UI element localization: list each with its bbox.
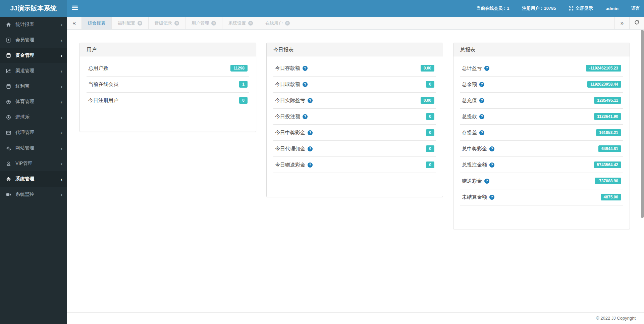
help-icon[interactable]: ? [308, 130, 313, 135]
stat-label-group: 总计盈亏? [462, 65, 489, 72]
sidebar-item-agent-management[interactable]: 代理管理‹ [0, 125, 67, 140]
stat-label-group: 今日取款额? [275, 81, 308, 88]
sidebar-item-goal-fun[interactable]: 进球乐‹ [0, 109, 67, 125]
help-icon[interactable]: ? [308, 163, 313, 168]
tab-label: 在线用户 [265, 20, 283, 26]
stat-label: 总余额 [462, 81, 477, 88]
sidebar-item-sports-management[interactable]: 体育管理‹ [0, 94, 67, 109]
panel-title: 今日报表 [267, 43, 443, 56]
sidebar-item-stats-report[interactable]: 统计报表‹ [0, 17, 67, 32]
tab-promotion-record[interactable]: 晋级记录✕ [149, 17, 185, 29]
tab-close-icon[interactable]: ✕ [285, 21, 290, 26]
stat-label-group: 存提差? [462, 130, 484, 136]
language-menu[interactable]: 语言 [625, 0, 644, 17]
help-icon[interactable]: ? [479, 82, 484, 87]
sidebar-item-system-monitor[interactable]: 系统监控‹ [0, 187, 67, 202]
tab-system-settings[interactable]: 系统设置✕ [222, 17, 259, 29]
stat-badge: -737088.90 [595, 178, 621, 184]
stat-badge: 11298 [230, 65, 248, 72]
help-icon[interactable]: ? [479, 98, 484, 103]
sidebar-item-funds-management[interactable]: 资金管理‹ [0, 48, 67, 63]
user-icon [6, 161, 15, 166]
stat-label-group: 未结算金额? [462, 194, 494, 200]
stat-badge: 1 [239, 81, 248, 88]
stat-badge: 0 [426, 145, 434, 152]
main-content: 用户总用户数11298当前在线会员1今日注册用户0今日报表今日存款额?0.00今… [67, 30, 644, 312]
stat-label-group: 今日实际盈亏? [275, 97, 313, 104]
sidebar-menu: 统计报表‹会员管理‹资金管理‹渠道管理‹红利宝‹体育管理‹进球乐‹代理管理‹网站… [0, 17, 67, 202]
app-logo[interactable]: JJ演示版本系统 [0, 0, 67, 17]
futbol-icon [6, 99, 15, 104]
sidebar-toggle-button[interactable] [67, 0, 83, 17]
tabs-scroll-left-button[interactable]: « [67, 17, 82, 29]
sidebar-item-site-management[interactable]: 网站管理‹ [0, 140, 67, 156]
help-icon[interactable]: ? [479, 114, 484, 119]
sidebar-item-label: 渠道管理 [15, 68, 61, 74]
help-icon[interactable]: ? [308, 146, 313, 151]
stat-label-group: 总投注金额? [462, 162, 494, 168]
tab-close-icon[interactable]: ✕ [138, 21, 142, 26]
user-menu[interactable]: admin [599, 0, 625, 17]
stat-badge: 0 [426, 113, 434, 120]
stat-label-group: 今日投注额? [275, 113, 308, 120]
help-icon[interactable]: ? [489, 195, 494, 200]
tab-close-icon[interactable]: ✕ [248, 21, 253, 26]
stat-badge: 0 [239, 97, 248, 104]
help-icon[interactable]: ? [303, 82, 308, 87]
panel-body: 总计盈亏?-1192462105.23总余额?1192623958.44总充值?… [453, 56, 630, 229]
tab-close-icon[interactable]: ✕ [211, 21, 216, 26]
stat-badge: 0 [426, 81, 434, 88]
help-icon[interactable]: ? [489, 163, 494, 168]
stat-label: 总充值 [462, 97, 477, 104]
chevron-left-icon: ‹ [61, 22, 62, 27]
tabs-refresh-button[interactable] [629, 17, 644, 29]
sidebar-item-label: 体育管理 [15, 99, 61, 105]
futbol-icon [6, 115, 15, 120]
scrollbar-thumb[interactable] [641, 30, 644, 218]
report-panels: 用户总用户数11298当前在线会员1今日注册用户0今日报表今日存款额?0.00今… [79, 43, 631, 229]
help-icon[interactable]: ? [489, 146, 494, 151]
help-icon[interactable]: ? [303, 114, 308, 119]
stat-badge: 1192623958.44 [587, 81, 621, 88]
panel-today-report: 今日报表今日存款额?0.00今日取款额?0今日实际盈亏?0.00今日投注额?0今… [266, 43, 443, 197]
sidebar-item-vip-management[interactable]: VIP管理‹ [0, 156, 67, 171]
stat-badge: 1123641.90 [594, 113, 621, 120]
sidebar-item-label: 系统管理 [15, 176, 61, 182]
sidebar-item-label: 会员管理 [15, 37, 61, 43]
tab-label: 福利配置 [118, 20, 135, 26]
chevron-left-icon: ‹ [61, 38, 62, 43]
stat-row: 今日投注额?0 [273, 109, 436, 124]
fullscreen-button[interactable]: 全屏显示 [562, 0, 599, 17]
sidebar-item-label: 代理管理 [15, 130, 61, 136]
stat-row: 总中奖彩金?64944.81 [460, 141, 623, 156]
stat-label: 未结算金额 [462, 194, 487, 200]
tab-comprehensive-report[interactable]: 综合报表 [82, 17, 112, 29]
stat-row: 总充值?1285495.11 [460, 93, 623, 108]
help-icon[interactable]: ? [484, 179, 489, 184]
sidebar-item-label: 系统监控 [15, 191, 61, 197]
sidebar-item-bonus-treasure[interactable]: 红利宝‹ [0, 79, 67, 94]
double-chevron-right-icon: » [621, 20, 624, 27]
panel-title: 总报表 [453, 43, 630, 56]
help-icon[interactable]: ? [479, 130, 484, 135]
tabs-strip: 综合报表福利配置✕晋级记录✕用户管理✕系统设置✕在线用户✕ [82, 17, 614, 29]
stat-label: 当前在线会员 [88, 81, 118, 88]
tabs-scroll-right-button[interactable]: » [614, 17, 629, 29]
help-icon[interactable]: ? [303, 66, 308, 71]
sidebar-item-channel-management[interactable]: 渠道管理‹ [0, 63, 67, 79]
online-members-count: 当前在线会员：1 [470, 0, 516, 17]
tab-welfare-config[interactable]: 福利配置✕ [112, 17, 149, 29]
sidebar-item-label: 网站管理 [15, 145, 61, 151]
hamburger-icon [72, 5, 78, 11]
help-icon[interactable]: ? [308, 98, 313, 103]
tab-user-management[interactable]: 用户管理✕ [185, 17, 222, 29]
database-icon [6, 84, 15, 89]
sidebar-item-member-management[interactable]: 会员管理‹ [0, 32, 67, 48]
sidebar-item-system-management[interactable]: 系统管理‹ [0, 171, 67, 187]
tab-close-icon[interactable]: ✕ [174, 21, 179, 26]
stat-label-group: 赠送彩金? [462, 178, 489, 184]
tab-label: 综合报表 [88, 20, 105, 26]
help-icon[interactable]: ? [484, 66, 489, 71]
tab-online-users[interactable]: 在线用户✕ [259, 17, 296, 29]
chevron-left-icon: ‹ [61, 146, 62, 151]
